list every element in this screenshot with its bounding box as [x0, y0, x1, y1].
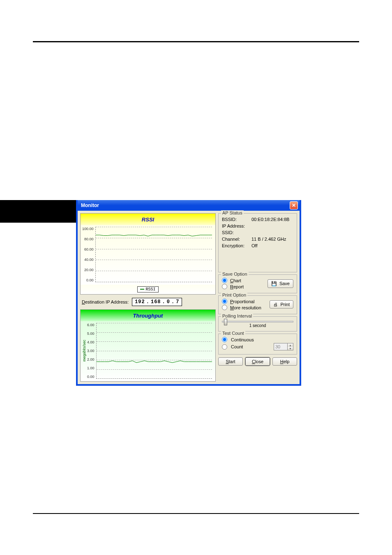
- test-count-spinner[interactable]: ▲ ▼: [274, 343, 293, 350]
- polling-interval-group: Polling Interval 1 second: [218, 316, 297, 332]
- ap-status-label: Encryption:: [222, 243, 251, 248]
- help-button[interactable]: Help: [272, 357, 297, 366]
- ap-status-group: AP Status BSSID:00:E0:18:2E:84:8BIP Addr…: [218, 213, 297, 272]
- ap-status-value: 11 B / 2.462 GHz: [251, 237, 293, 242]
- save-option-group: Save Option Chart Report 💾 Save: [218, 274, 297, 293]
- throughput-chart-title: Throughput: [81, 310, 215, 321]
- ap-status-row: IP Address:: [222, 223, 293, 229]
- save-icon: 💾: [271, 281, 277, 286]
- throughput-line: [97, 323, 212, 378]
- ap-status-label: IP Address:: [222, 223, 251, 228]
- print-more-resolution-label: More resolution: [230, 305, 261, 310]
- test-count-value[interactable]: [274, 343, 287, 350]
- print-option-legend: Print Option: [221, 292, 247, 297]
- ap-status-row: Encryption:Off: [222, 242, 293, 249]
- save-option-legend: Save Option: [221, 272, 249, 276]
- spinner-up-icon[interactable]: ▲: [287, 343, 293, 347]
- print-more-resolution-radio[interactable]: [222, 305, 227, 310]
- save-chart-label: Chart: [230, 278, 241, 283]
- save-button[interactable]: 💾 Save: [267, 279, 293, 288]
- print-proportional-radio[interactable]: [222, 299, 227, 304]
- rssi-plot-area: [95, 227, 212, 282]
- close-icon[interactable]: ✕: [290, 201, 298, 210]
- rssi-line: [96, 227, 212, 282]
- slider-thumb[interactable]: [224, 319, 227, 325]
- spinner-down-icon[interactable]: ▼: [287, 347, 293, 350]
- destination-ip-label: Destination IP Address:: [82, 299, 129, 304]
- throughput-y-ticks: 6.005.004.003.002.001.000.00: [87, 323, 96, 379]
- save-report-label: Report: [230, 284, 244, 289]
- ap-status-label: SSID:: [222, 230, 251, 235]
- ap-status-row: SSID:: [222, 229, 293, 236]
- print-option-group: Print Option Proportional More resolutio…: [218, 295, 297, 314]
- test-count-group: Test Count Continuous Count ▲ ▼: [218, 334, 297, 355]
- ap-status-row: Channel:11 B / 2.462 GHz: [222, 236, 293, 242]
- monitor-dialog: Monitor ✕ RSSI 100.0080.0060.0040.0020.0…: [76, 200, 301, 386]
- ap-status-label: BSSID:: [222, 217, 251, 222]
- ap-status-row: BSSID:00:E0:18:2E:84:8B: [222, 216, 293, 223]
- test-continuous-label: Continuous: [231, 337, 254, 342]
- polling-interval-slider[interactable]: [222, 321, 293, 322]
- save-report-radio[interactable]: [222, 284, 227, 289]
- ap-status-value: 00:E0:18:2E:84:8B: [251, 217, 293, 222]
- rssi-chart: RSSI 100.0080.0060.0040.0020.000.00 RSSI: [80, 213, 216, 295]
- horizontal-rule: [33, 41, 359, 42]
- save-chart-radio[interactable]: [222, 278, 227, 283]
- ap-status-label: Channel:: [222, 237, 251, 242]
- test-continuous-radio[interactable]: [222, 337, 227, 342]
- ap-status-value: [251, 223, 293, 228]
- throughput-plot-area: [96, 323, 212, 379]
- close-button[interactable]: Close: [245, 357, 270, 366]
- start-button[interactable]: Start: [218, 357, 243, 366]
- rssi-y-ticks: 100.0080.0060.0040.0020.000.00: [82, 227, 95, 282]
- polling-interval-value: 1 second: [222, 323, 293, 328]
- rssi-chart-title: RSSI: [81, 214, 215, 225]
- destination-ip-input[interactable]: 192. 168. 0. 7: [132, 298, 182, 306]
- destination-ip-row: Destination IP Address: 192. 168. 0. 7: [80, 297, 216, 307]
- throughput-chart: Throughput megabits/sec 6.005.004.003.00…: [80, 309, 216, 382]
- page-side-tab: [0, 200, 76, 223]
- horizontal-rule: [33, 513, 359, 514]
- print-proportional-label: Proportional: [230, 299, 254, 304]
- rssi-legend: RSSI: [81, 285, 215, 294]
- print-icon: 🖨: [273, 302, 278, 307]
- dialog-button-row: Start Close Help: [218, 357, 297, 366]
- dialog-title: Monitor: [81, 203, 290, 208]
- ap-status-value: [251, 230, 293, 235]
- test-count-label: Count: [231, 344, 271, 349]
- ap-status-legend: AP Status: [221, 210, 244, 215]
- test-count-legend: Test Count: [221, 331, 245, 336]
- titlebar[interactable]: Monitor ✕: [78, 200, 300, 211]
- throughput-y-label: megabits/sec: [82, 340, 86, 362]
- print-button[interactable]: 🖨 Print: [270, 300, 293, 309]
- ap-status-value: Off: [251, 243, 293, 248]
- polling-interval-legend: Polling Interval: [221, 313, 253, 318]
- test-count-radio[interactable]: [222, 344, 227, 350]
